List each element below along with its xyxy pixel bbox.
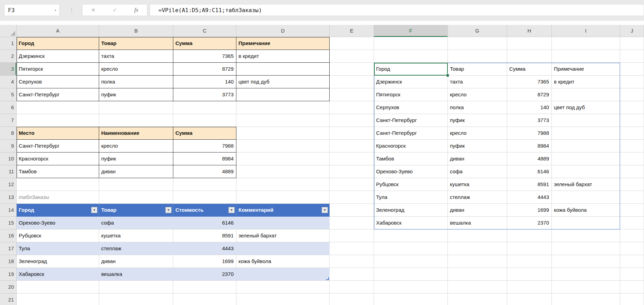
cell-A8[interactable]: Место: [17, 127, 99, 140]
cell-I14[interactable]: кожа буйвола: [552, 204, 620, 217]
cell-J3[interactable]: [620, 63, 644, 76]
cell-H14[interactable]: 1699: [507, 204, 552, 217]
cell-J21[interactable]: [620, 294, 644, 305]
cell-G6[interactable]: полка: [448, 101, 507, 114]
cell-B19[interactable]: вешалка: [99, 268, 173, 281]
cell-A2[interactable]: Дзержинск: [17, 50, 99, 63]
row-header-21[interactable]: 21: [0, 294, 17, 305]
cell-I4[interactable]: в кредит: [552, 76, 620, 88]
cell-J7[interactable]: [620, 114, 644, 127]
cell-I18[interactable]: [552, 255, 620, 268]
cell-D18[interactable]: кожа буйвола: [236, 255, 330, 268]
cell-G11[interactable]: софа: [448, 165, 507, 178]
cell-D8[interactable]: [236, 127, 330, 140]
cell-C12[interactable]: [173, 178, 236, 191]
cell-B1[interactable]: Товар: [99, 37, 173, 50]
cell-D4[interactable]: цвет под дуб: [236, 76, 330, 88]
cell-E2[interactable]: [330, 50, 374, 63]
cell-I20[interactable]: [552, 281, 620, 294]
select-all-corner[interactable]: [0, 25, 17, 37]
column-header-I[interactable]: I: [552, 25, 620, 37]
cell-E10[interactable]: [330, 152, 374, 165]
cell-D11[interactable]: [236, 165, 330, 178]
cell-I2[interactable]: [552, 50, 620, 63]
cell-H21[interactable]: [507, 294, 552, 305]
cell-B20[interactable]: [99, 281, 173, 294]
cell-H4[interactable]: 7365: [507, 76, 552, 88]
cell-D6[interactable]: [236, 101, 330, 114]
cell-I3[interactable]: Примечание: [552, 63, 620, 76]
filter-button-Город[interactable]: ▾: [91, 207, 97, 213]
cell-F10[interactable]: Тамбов: [374, 152, 448, 165]
cell-F7[interactable]: Санкт-Петербург: [374, 114, 448, 127]
cell-G1[interactable]: [448, 37, 507, 50]
cell-F6[interactable]: Серпухов: [374, 101, 448, 114]
cell-B16[interactable]: кушетка: [99, 229, 173, 242]
cell-B13[interactable]: [99, 191, 173, 204]
cell-B15[interactable]: софа: [99, 217, 173, 229]
cell-J14[interactable]: [620, 204, 644, 217]
cell-A7[interactable]: [17, 114, 99, 127]
cell-B8[interactable]: Наименование: [99, 127, 173, 140]
row-header-19[interactable]: 19: [0, 268, 17, 281]
row-header-2[interactable]: 2: [0, 50, 17, 63]
cell-F8[interactable]: Санкт-Петербург: [374, 127, 448, 140]
cell-J6[interactable]: [620, 101, 644, 114]
cell-C21[interactable]: [173, 294, 236, 305]
cell-A12[interactable]: [17, 178, 99, 191]
cell-B2[interactable]: тахта: [99, 50, 173, 63]
cell-J2[interactable]: [620, 50, 644, 63]
cell-G20[interactable]: [448, 281, 507, 294]
cell-A9[interactable]: Санкт-Петербург: [17, 140, 99, 152]
cell-E11[interactable]: [330, 165, 374, 178]
cell-C13[interactable]: [173, 191, 236, 204]
cell-D21[interactable]: [236, 294, 330, 305]
cell-H16[interactable]: [507, 229, 552, 242]
row-header-18[interactable]: 18: [0, 255, 17, 268]
cell-J15[interactable]: [620, 217, 644, 229]
cell-D12[interactable]: [236, 178, 330, 191]
cell-F11[interactable]: Орехово-Зуево: [374, 165, 448, 178]
cell-B4[interactable]: полка: [99, 76, 173, 88]
cell-I16[interactable]: [552, 229, 620, 242]
cell-F3[interactable]: Город: [374, 63, 448, 76]
cell-G4[interactable]: тахта: [448, 76, 507, 88]
cell-D14[interactable]: Комментарий▾: [236, 204, 330, 217]
cell-I11[interactable]: [552, 165, 620, 178]
cell-B21[interactable]: [99, 294, 173, 305]
cell-C10[interactable]: 8984: [173, 152, 236, 165]
cell-C6[interactable]: [173, 101, 236, 114]
row-header-20[interactable]: 20: [0, 281, 17, 294]
column-header-C[interactable]: C: [173, 25, 236, 37]
cell-J20[interactable]: [620, 281, 644, 294]
cell-F12[interactable]: Рубцовск: [374, 178, 448, 191]
cell-B9[interactable]: кресло: [99, 140, 173, 152]
cell-E3[interactable]: [330, 63, 374, 76]
cell-E8[interactable]: [330, 127, 374, 140]
cell-C2[interactable]: 7365: [173, 50, 236, 63]
cell-J4[interactable]: [620, 76, 644, 88]
cell-I12[interactable]: зеленый бархат: [552, 178, 620, 191]
cell-I8[interactable]: [552, 127, 620, 140]
cell-F19[interactable]: [374, 268, 448, 281]
cell-F4[interactable]: Дзержинск: [374, 76, 448, 88]
cell-B5[interactable]: пуфик: [99, 88, 173, 101]
cell-H10[interactable]: 4889: [507, 152, 552, 165]
cell-I10[interactable]: [552, 152, 620, 165]
cell-E12[interactable]: [330, 178, 374, 191]
cell-G5[interactable]: кресло: [448, 88, 507, 101]
cell-F20[interactable]: [374, 281, 448, 294]
cell-C15[interactable]: 6146: [173, 217, 236, 229]
cell-G7[interactable]: пуфик: [448, 114, 507, 127]
cell-F5[interactable]: Пятигорск: [374, 88, 448, 101]
cell-G17[interactable]: [448, 242, 507, 255]
cell-J9[interactable]: [620, 140, 644, 152]
cell-J11[interactable]: [620, 165, 644, 178]
cell-C3[interactable]: 8729: [173, 63, 236, 76]
cell-E15[interactable]: [330, 217, 374, 229]
cell-G2[interactable]: [448, 50, 507, 63]
enter-icon[interactable]: ✓: [113, 7, 117, 13]
cell-F15[interactable]: Хабаровск: [374, 217, 448, 229]
cell-D15[interactable]: [236, 217, 330, 229]
column-header-J[interactable]: J: [620, 25, 644, 37]
